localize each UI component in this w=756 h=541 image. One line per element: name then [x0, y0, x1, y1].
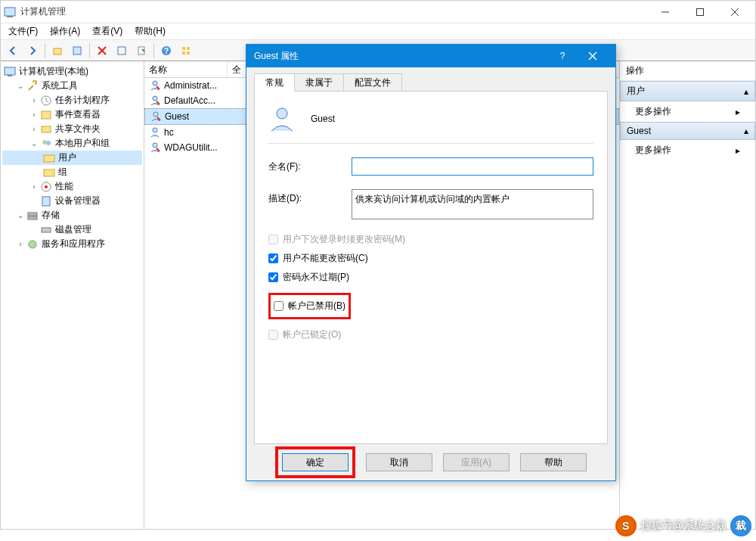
user-icon	[149, 79, 161, 92]
refresh-button[interactable]	[113, 42, 131, 60]
tree-groups[interactable]: 组	[2, 165, 142, 179]
fullname-input[interactable]	[352, 157, 593, 176]
actions-item-label: 更多操作	[635, 105, 671, 118]
description-row: 描述(D):	[268, 189, 593, 219]
export-button[interactable]	[132, 42, 150, 60]
actions-group-label: 用户	[627, 85, 645, 98]
svg-rect-6	[54, 48, 61, 54]
minimize-button[interactable]	[648, 1, 683, 23]
fullname-row: 全名(F):	[268, 157, 593, 176]
svg-point-34	[153, 81, 157, 86]
checkbox-label: 用户下次登录时须更改密码(M)	[283, 233, 405, 246]
computer-icon	[4, 66, 16, 78]
tab-general[interactable]: 常规	[254, 73, 295, 92]
delete-button[interactable]	[93, 42, 111, 60]
back-button[interactable]	[4, 42, 22, 60]
actions-item-label: 更多操作	[635, 144, 671, 157]
actions-more-guest[interactable]: 更多操作 ▸	[620, 140, 755, 160]
view-button[interactable]	[177, 42, 195, 60]
collapse-icon[interactable]: ⌄	[16, 211, 25, 219]
checkbox-never-expires[interactable]	[268, 272, 278, 282]
chevron-right-icon: ▸	[736, 145, 740, 156]
menu-actions[interactable]: 操作(A)	[45, 23, 85, 39]
actions-group-guest[interactable]: Guest ▴	[620, 122, 755, 140]
menu-file[interactable]: 文件(F)	[4, 23, 42, 39]
column-name[interactable]: 名称	[144, 61, 228, 77]
svg-rect-32	[42, 228, 51, 232]
properties-dialog: Guest 属性 ? 常规 隶属于 配置文件 Guest 全名(F): 描述(D…	[246, 44, 616, 481]
user-large-icon	[268, 105, 296, 132]
svg-rect-31	[28, 216, 37, 219]
expand-icon[interactable]: ›	[29, 96, 39, 104]
actions-more-users[interactable]: 更多操作 ▸	[620, 101, 755, 122]
account-name: Guest	[311, 113, 335, 124]
row-text: Guest	[165, 111, 189, 122]
checkbox-cannot-change-row[interactable]: 用户不能更改密码(C)	[268, 252, 593, 265]
dialog-close-button[interactable]	[578, 45, 608, 67]
tree-storage[interactable]: ⌄ 存储	[2, 208, 142, 222]
expand-icon[interactable]: ›	[16, 240, 25, 248]
chevron-up-icon: ▴	[744, 126, 748, 136]
checkbox-account-disabled[interactable]	[274, 301, 284, 311]
tree-task-scheduler[interactable]: › 任务计划程序	[2, 93, 142, 107]
checkbox-cannot-change[interactable]	[268, 253, 278, 263]
svg-rect-7	[73, 47, 81, 54]
events-icon	[40, 109, 52, 121]
tree-root[interactable]: 计算机管理(本地)	[2, 64, 142, 79]
storage-icon	[26, 210, 39, 222]
tree-shared-folders[interactable]: › 共享文件夹	[2, 122, 142, 136]
forward-button[interactable]	[23, 42, 42, 60]
help-button[interactable]: 帮助	[520, 453, 587, 471]
apply-button[interactable]: 应用(A)	[443, 453, 510, 471]
tab-profile[interactable]: 配置文件	[343, 73, 402, 92]
tree-local-users-groups[interactable]: ⌄ 本地用户和组	[2, 136, 142, 151]
svg-point-24	[46, 141, 51, 145]
menu-view[interactable]: 查看(V)	[88, 23, 127, 39]
expand-icon[interactable]: ›	[29, 125, 39, 133]
tree-label: 本地用户和组	[55, 137, 110, 150]
collapse-icon[interactable]: ⌄	[16, 82, 25, 90]
collapse-icon[interactable]: ⌄	[29, 139, 39, 148]
ok-button[interactable]: 确定	[282, 453, 349, 471]
tree-device-manager[interactable]: 设备管理器	[2, 194, 142, 208]
dialog-titlebar[interactable]: Guest 属性 ?	[246, 45, 615, 67]
dialog-buttons: 确定 取消 应用(A) 帮助	[254, 444, 608, 480]
tools-icon	[26, 80, 39, 92]
checkbox-must-change	[268, 235, 278, 244]
tree-root-label: 计算机管理(本地)	[19, 65, 88, 78]
checkbox-account-disabled-row[interactable]: 帐户已禁用(B)	[274, 300, 345, 312]
svg-rect-16	[182, 51, 185, 54]
tree-system-tools[interactable]: ⌄ 系统工具	[2, 79, 142, 93]
titlebar: 计算机管理	[1, 1, 755, 23]
tree-users[interactable]: 用户	[2, 151, 142, 165]
watermark-text: 搜狐号@系统总裁	[641, 519, 726, 533]
cancel-button[interactable]: 取消	[366, 453, 432, 471]
svg-point-38	[153, 143, 157, 148]
tree-services-apps[interactable]: › 服务和应用程序	[2, 237, 142, 251]
checkbox-label: 帐户已禁用(B)	[288, 300, 345, 312]
description-input[interactable]	[352, 189, 593, 219]
maximize-button[interactable]	[683, 1, 717, 23]
actions-group-users[interactable]: 用户 ▴	[620, 81, 755, 101]
up-button[interactable]	[48, 42, 67, 60]
watermark: S 搜狐号@系统总裁 裁	[615, 515, 751, 536]
menu-help[interactable]: 帮助(H)	[130, 23, 170, 39]
expand-icon[interactable]: ›	[29, 110, 39, 119]
dialog-help-button[interactable]: ?	[547, 45, 578, 67]
share-icon	[40, 123, 52, 135]
tree-label: 服务和应用程序	[42, 238, 105, 250]
dialog-title: Guest 属性	[254, 50, 547, 63]
checkbox-locked-row: 帐户已锁定(O)	[268, 328, 593, 341]
tree-disk-management[interactable]: 磁盘管理	[2, 222, 142, 237]
help-button[interactable]: ?	[157, 42, 175, 60]
svg-point-35	[153, 96, 157, 101]
tree-event-viewer[interactable]: › 事件查看器	[2, 107, 142, 122]
checkbox-locked	[268, 330, 278, 340]
properties-button[interactable]	[68, 42, 86, 60]
tree-performance[interactable]: › 性能	[2, 179, 142, 194]
close-button[interactable]	[717, 1, 752, 23]
tree-label: 事件查看器	[55, 108, 101, 121]
expand-icon[interactable]: ›	[29, 182, 39, 191]
checkbox-never-expires-row[interactable]: 密码永不过期(P)	[268, 271, 593, 284]
tab-member-of[interactable]: 隶属于	[294, 73, 344, 92]
